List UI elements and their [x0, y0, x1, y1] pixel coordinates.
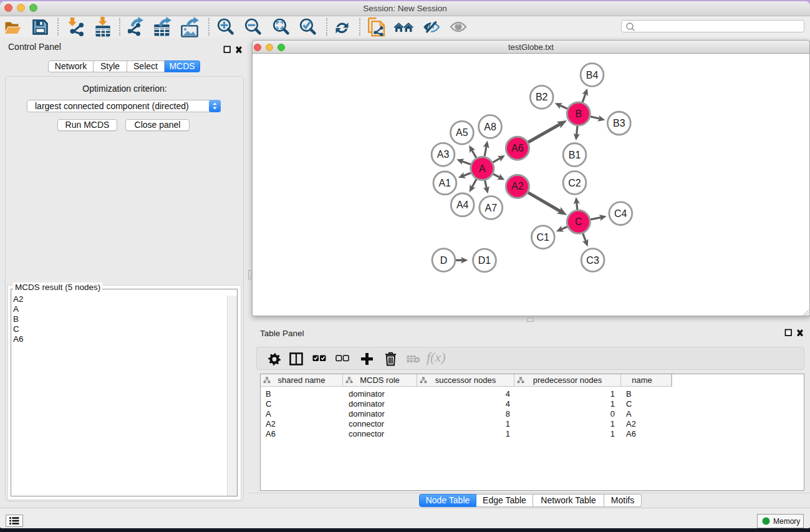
svg-text:B3: B3 — [613, 118, 625, 128]
svg-text:A3: A3 — [437, 149, 450, 160]
svg-text:C: C — [575, 216, 582, 227]
svg-text:A1: A1 — [439, 178, 451, 188]
svg-text:A: A — [479, 163, 486, 174]
svg-text:C1: C1 — [537, 232, 550, 243]
svg-text:C3: C3 — [586, 255, 599, 266]
svg-text:B4: B4 — [586, 70, 599, 80]
svg-text:B2: B2 — [536, 92, 548, 102]
svg-text:C4: C4 — [614, 208, 627, 219]
svg-text:B1: B1 — [569, 150, 581, 160]
svg-text:A7: A7 — [485, 203, 498, 213]
svg-text:A4: A4 — [456, 200, 469, 210]
svg-text:B: B — [575, 109, 582, 119]
svg-text:C2: C2 — [568, 178, 581, 188]
svg-text:A8: A8 — [484, 122, 496, 132]
svg-text:D: D — [440, 255, 448, 266]
svg-text:A2: A2 — [511, 181, 524, 191]
svg-text:A5: A5 — [456, 127, 468, 138]
svg-text:A6: A6 — [511, 143, 524, 153]
svg-text:D1: D1 — [478, 255, 491, 266]
